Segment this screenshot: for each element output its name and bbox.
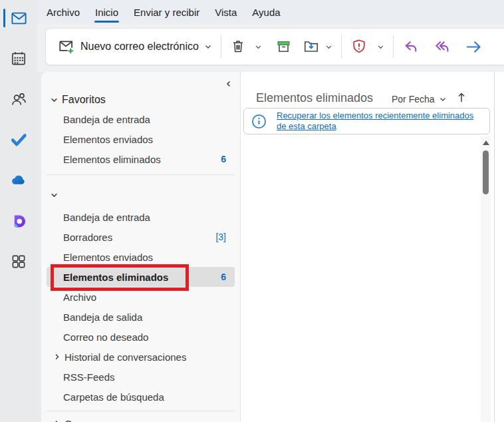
- collapse-pane-button[interactable]: [223, 77, 234, 92]
- favorite-item-elementos-enviados[interactable]: Elementos enviados: [47, 129, 235, 149]
- recover-items-link[interactable]: Recuperar los elementos recientemente el…: [277, 110, 476, 132]
- folder-item-carpetas-de-busqueda[interactable]: Carpetas de búsqueda: [47, 387, 235, 407]
- todo-icon: [9, 130, 28, 149]
- unread-count-badge: 6: [221, 272, 226, 282]
- content-area: Favoritos Bandeja de entrada Elementos e…: [37, 72, 504, 422]
- message-list-scrollbar: [481, 136, 491, 422]
- chevron-down-icon: [255, 43, 262, 51]
- menu-tab-ayuda[interactable]: Ayuda: [251, 5, 281, 19]
- chevron-down-icon: [377, 43, 384, 51]
- chevron-right-icon: [53, 419, 61, 422]
- folder-item-elementos-enviados[interactable]: Elementos enviados: [47, 247, 235, 267]
- folder-item-bandeja-de-entrada[interactable]: Bandeja de entrada: [47, 207, 235, 227]
- new-mail-dropdown-chevron[interactable]: [204, 43, 212, 51]
- info-icon: [251, 113, 267, 130]
- folder-item-correo-no-deseado[interactable]: Correo no deseado: [47, 327, 235, 347]
- chevron-right-icon: [53, 353, 61, 361]
- folder-title: Elementos eliminados: [256, 91, 373, 105]
- message-list-pane: Elementos eliminados Por Fecha Recuperar…: [241, 72, 494, 422]
- forward-button[interactable]: [465, 38, 483, 56]
- new-mail-label: Nuevo correo electrónico: [80, 41, 199, 53]
- new-mail-button[interactable]: Nuevo correo electrónico: [58, 38, 212, 55]
- delete-dropdown-chevron[interactable]: [255, 43, 262, 51]
- rail-calendar-button[interactable]: [0, 47, 37, 70]
- new-mail-icon: [58, 38, 75, 55]
- ribbon-toolbar: Nuevo correo electrónico: [45, 28, 504, 65]
- apps-icon: [10, 253, 27, 270]
- folder-item-grupos[interactable]: Grupos: [47, 415, 235, 422]
- folder-item-bandeja-de-salida[interactable]: Bandeja de salida: [47, 307, 235, 327]
- folder-item-historial-de-conversaciones[interactable]: Historial de conversaciones: [47, 347, 235, 367]
- favorite-item-bandeja-de-entrada[interactable]: Bandeja de entrada: [47, 109, 235, 129]
- chevron-down-icon: [204, 43, 212, 51]
- menu-bar: Archivo Inicio Enviar y recibir Vista Ay…: [37, 0, 504, 24]
- rail-onedrive-button[interactable]: [0, 169, 37, 192]
- rail-todo-button[interactable]: [0, 128, 37, 151]
- ribbon-divider: [393, 35, 394, 58]
- favorite-item-elementos-eliminados[interactable]: Elementos eliminados 6: [47, 149, 235, 169]
- ribbon-divider: [221, 35, 221, 58]
- folder-item-borradores[interactable]: Borradores [3]: [47, 227, 235, 247]
- favorites-header-label: Favoritos: [62, 94, 106, 106]
- unread-count-badge: 6: [221, 154, 226, 164]
- archive-button[interactable]: [275, 39, 292, 55]
- item-count-badge: [3]: [215, 232, 226, 242]
- move-icon: [303, 38, 320, 55]
- chevron-down-icon: [50, 96, 59, 105]
- archive-icon: [275, 39, 292, 55]
- report-icon: [350, 38, 368, 55]
- report-button[interactable]: [350, 38, 368, 55]
- move-to-dropdown-chevron[interactable]: [325, 43, 332, 51]
- app-rail: [0, 0, 37, 422]
- onedrive-icon: [9, 170, 29, 190]
- rail-loop-button[interactable]: [0, 210, 37, 232]
- sort-by-dropdown[interactable]: Por Fecha: [392, 94, 447, 105]
- pane-divider: [47, 174, 235, 175]
- people-icon: [10, 91, 28, 108]
- menu-tab-archivo[interactable]: Archivo: [46, 5, 80, 19]
- reply-icon: [402, 38, 420, 56]
- recover-items-banner: Recuperar los elementos recientemente el…: [243, 108, 490, 134]
- folder-pane: Favoritos Bandeja de entrada Elementos e…: [41, 72, 241, 422]
- scrollbar-thumb[interactable]: [483, 150, 489, 194]
- menu-tab-enviar-y-recibir[interactable]: Enviar y recibir: [133, 5, 200, 19]
- folder-item-rss-feeds[interactable]: RSS-Feeds: [47, 367, 235, 387]
- rail-apps-button[interactable]: [0, 250, 37, 273]
- ribbon-strip: Nuevo correo electrónico: [37, 24, 504, 72]
- chevron-down-icon: [50, 191, 59, 200]
- account-folder-list: Bandeja de entrada Borradores [3] Elemen…: [41, 207, 240, 407]
- loop-icon: [10, 212, 28, 230]
- delete-icon: [230, 39, 246, 55]
- move-to-button[interactable]: [303, 38, 332, 55]
- folder-item-archivo[interactable]: Archivo: [47, 287, 235, 307]
- rail-mail-button[interactable]: [0, 7, 37, 29]
- folder-item-elementos-eliminados[interactable]: Elementos eliminados 6: [47, 267, 235, 287]
- reply-all-icon: [434, 38, 451, 56]
- mail-icon: [10, 9, 28, 27]
- sort-direction-button[interactable]: [457, 91, 466, 106]
- rail-people-button[interactable]: [0, 88, 37, 110]
- chevron-down-icon: [439, 95, 447, 103]
- calendar-icon: [10, 50, 27, 67]
- chevron-down-icon: [325, 43, 332, 51]
- pane-divider: [47, 411, 235, 411]
- menu-tab-inicio[interactable]: Inicio: [94, 5, 119, 19]
- sort-by-label: Por Fecha: [392, 94, 435, 105]
- menu-tab-vista[interactable]: Vista: [214, 5, 237, 19]
- report-dropdown-chevron[interactable]: [377, 43, 384, 51]
- scroll-up-icon[interactable]: [483, 140, 489, 145]
- active-indicator: [3, 9, 5, 27]
- delete-button[interactable]: [230, 39, 246, 55]
- favorites-list: Bandeja de entrada Elementos enviados El…: [41, 109, 240, 169]
- reply-all-button[interactable]: [434, 38, 451, 56]
- outlook-window: Archivo Inicio Enviar y recibir Vista Ay…: [0, 0, 504, 422]
- chevron-left-icon: [225, 80, 233, 88]
- reply-button[interactable]: [402, 38, 420, 56]
- reading-pane-edge: [494, 72, 504, 422]
- sort-asc-icon: [457, 91, 466, 104]
- account-section-header[interactable]: [41, 187, 240, 203]
- forward-icon: [465, 38, 483, 56]
- ribbon-divider: [341, 35, 342, 58]
- favorites-header[interactable]: Favoritos: [41, 91, 240, 109]
